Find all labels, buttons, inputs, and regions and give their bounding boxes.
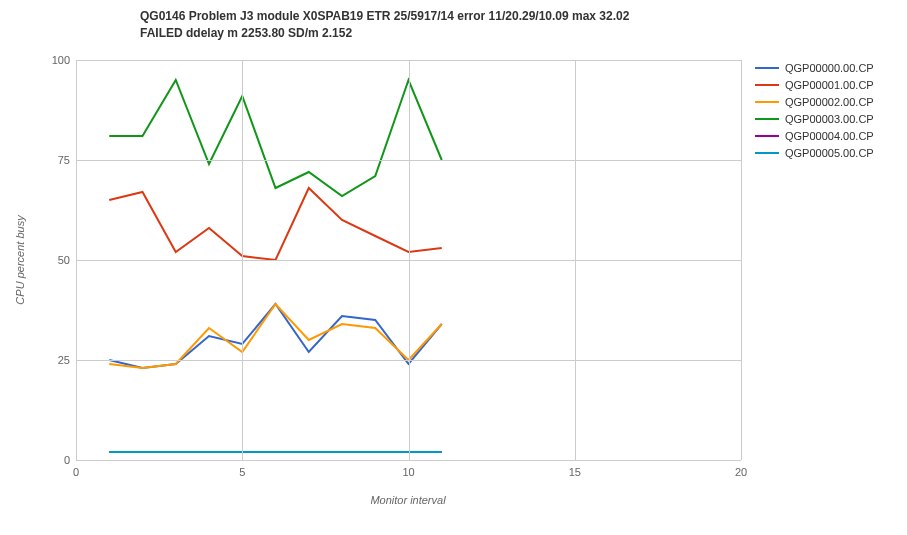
legend-label: QGP00005.00.CP (785, 147, 874, 159)
chart-title: QG0146 Problem J3 module X0SPAB19 ETR 25… (140, 8, 629, 42)
legend-item[interactable]: QGP00000.00.CP (755, 62, 874, 74)
x-tick-label: 15 (569, 466, 581, 478)
y-tick-label: 0 (64, 454, 70, 466)
grid-line-v (242, 60, 243, 460)
legend-swatch (755, 118, 779, 120)
legend-item[interactable]: QGP00001.00.CP (755, 79, 874, 91)
plot-area: 025507510005101520 (76, 60, 741, 460)
x-tick-label: 20 (735, 466, 747, 478)
legend-swatch (755, 84, 779, 86)
legend-item[interactable]: QGP00003.00.CP (755, 113, 874, 125)
y-tick-label: 75 (58, 154, 70, 166)
x-tick-label: 10 (402, 466, 414, 478)
legend-swatch (755, 101, 779, 103)
y-tick-label: 50 (58, 254, 70, 266)
legend-label: QGP00000.00.CP (785, 62, 874, 74)
series-line (109, 304, 442, 368)
legend-swatch (755, 67, 779, 69)
grid-line-v (76, 60, 77, 460)
legend-label: QGP00004.00.CP (785, 130, 874, 142)
x-tick-label: 5 (239, 466, 245, 478)
y-tick-label: 25 (58, 354, 70, 366)
grid-line-h (76, 460, 741, 461)
series-line (109, 80, 442, 196)
legend-swatch (755, 135, 779, 137)
legend-item[interactable]: QGP00002.00.CP (755, 96, 874, 108)
series-line (109, 188, 442, 260)
legend-item[interactable]: QGP00004.00.CP (755, 130, 874, 142)
x-tick-label: 0 (73, 466, 79, 478)
legend: QGP00000.00.CPQGP00001.00.CPQGP00002.00.… (755, 62, 874, 164)
x-axis-title: Monitor interval (370, 494, 445, 506)
legend-label: QGP00003.00.CP (785, 113, 874, 125)
grid-line-v (409, 60, 410, 460)
grid-line-v (741, 60, 742, 460)
legend-label: QGP00001.00.CP (785, 79, 874, 91)
y-tick-label: 100 (52, 54, 70, 66)
legend-item[interactable]: QGP00005.00.CP (755, 147, 874, 159)
y-axis-title: CPU percent busy (14, 215, 26, 304)
legend-label: QGP00002.00.CP (785, 96, 874, 108)
legend-swatch (755, 152, 779, 154)
line-chart: QG0146 Problem J3 module X0SPAB19 ETR 25… (0, 0, 907, 535)
series-line (109, 304, 442, 368)
grid-line-v (575, 60, 576, 460)
